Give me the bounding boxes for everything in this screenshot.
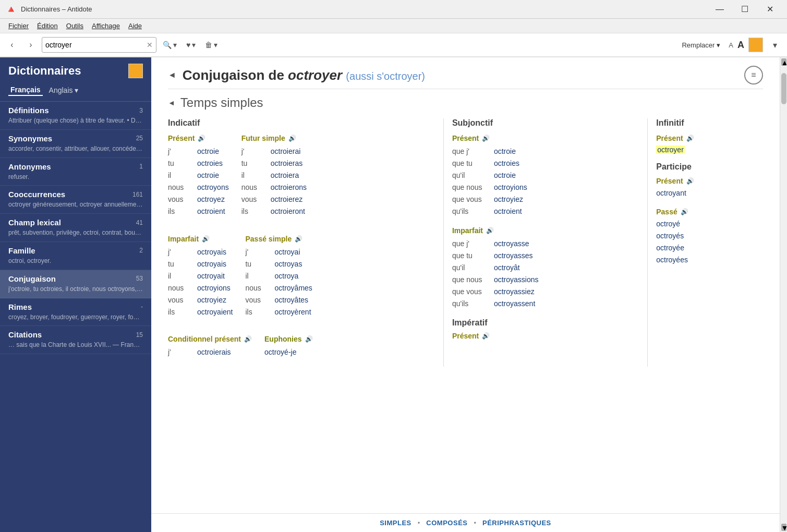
font-size-small-button[interactable]: A — [729, 41, 733, 49]
sidebar-item-famille[interactable]: Famille 2 octroi, octroyer. — [0, 242, 151, 270]
maximize-button[interactable]: ☐ — [733, 2, 757, 17]
sidebar-item-antonymes[interactable]: Antonymes 1 refuser. — [0, 158, 151, 186]
remplacer-button[interactable]: Remplacer ▾ — [677, 37, 724, 53]
color-swatch[interactable] — [748, 38, 763, 52]
euphonies-speaker-icon[interactable]: 🔊 — [305, 335, 313, 343]
form: octroyais — [197, 246, 226, 258]
lang-francais-button[interactable]: Français — [8, 84, 43, 96]
conjugation-layout: Indicatif Présent 🔊 j'octroie tuoctroies — [168, 118, 763, 367]
sidebar-title: Dictionnaires — [8, 64, 81, 78]
form: octroient — [494, 205, 522, 217]
pronoun: que j' — [452, 238, 490, 250]
sidebar-item-synonymes[interactable]: Synonymes 25 accorder, consentir, attrib… — [0, 130, 151, 158]
menu-affichage[interactable]: Affichage — [88, 21, 124, 31]
present-speaker-icon[interactable]: 🔊 — [198, 135, 205, 142]
conditionnel-rows: j'octroierais — [168, 346, 252, 358]
close-button[interactable]: ✕ — [758, 2, 782, 17]
conj-row: nousoctroyons — [168, 182, 229, 194]
menu-outils[interactable]: Outils — [62, 21, 88, 31]
menu-edition[interactable]: Édition — [33, 21, 62, 31]
pronoun: qu'il — [452, 262, 490, 274]
participe-present: Présent 🔊 octroyant — [656, 177, 763, 199]
cooccurrences-preview: octroyer généreusement, octroyer annuell… — [8, 200, 143, 209]
present-rows: j'octroie tuoctroies iloctroie nousoctro… — [168, 146, 229, 218]
search-clear-button[interactable]: ✕ — [143, 39, 156, 51]
pronoun: vous — [245, 294, 270, 306]
form: octroie — [197, 170, 219, 182]
content-collapse-button[interactable]: ◄ — [168, 70, 176, 80]
menu-fichier[interactable]: Fichier — [4, 21, 33, 31]
window-controls[interactable]: — ☐ ✕ — [708, 2, 782, 17]
lang-anglais-button[interactable]: Anglais ▾ — [49, 86, 78, 94]
scroll-thumb[interactable] — [781, 73, 786, 104]
color-dropdown-button[interactable]: ▾ — [767, 37, 783, 53]
section-collapse-button[interactable]: ◄ — [168, 99, 175, 107]
participe-passe-speaker-icon[interactable]: 🔊 — [681, 208, 688, 215]
passe-simple-title: Passé simple 🔊 — [245, 235, 312, 243]
lang-dropdown-arrow: ▾ — [75, 86, 78, 94]
conj-row: nousoctroierons — [241, 182, 307, 194]
sidebar-item-citations[interactable]: Citations 15 … sais que la Charte de Lou… — [0, 326, 151, 354]
settings-button[interactable]: ≡ — [744, 66, 763, 84]
menu-aide[interactable]: Aide — [124, 21, 146, 31]
euphonies-title: Euphonies 🔊 — [264, 335, 313, 343]
form: octroya — [274, 270, 298, 282]
font-size-large-button[interactable]: A — [737, 40, 744, 51]
form: octroyassent — [494, 298, 535, 310]
conditionnel-speaker-icon[interactable]: 🔊 — [244, 335, 252, 343]
pronoun: nous — [245, 282, 270, 294]
nav-periphrastiques[interactable]: PÉRIPHRASTIQUES — [482, 519, 551, 527]
form: octroyâmes — [274, 282, 312, 294]
history-button[interactable]: 🗑 ▾ — [202, 37, 221, 53]
scroll-up-arrow[interactable]: ▲ — [781, 58, 786, 66]
participe-present-speaker-icon[interactable]: 🔊 — [686, 177, 694, 185]
conj-row: qu'iloctroie — [452, 170, 639, 182]
participe-present-label: Présent — [656, 177, 683, 185]
participe-passe-form-3: octroyée — [656, 242, 763, 254]
famille-label: Famille — [8, 246, 35, 255]
subjonctif-imparfait-speaker-icon[interactable]: 🔊 — [486, 227, 494, 234]
sidebar-swatch[interactable] — [128, 64, 143, 78]
pronoun: il — [241, 170, 267, 182]
infinitif-form: octroyer — [656, 146, 685, 154]
participe-title: Participe — [656, 162, 763, 172]
passe-simple-speaker-icon[interactable]: 🔊 — [295, 235, 302, 243]
sidebar-item-champ-lexical[interactable]: Champ lexical 41 prêt, subvention, privi… — [0, 214, 151, 242]
minimize-button[interactable]: — — [708, 2, 732, 17]
content-scroll[interactable]: ◄ Conjugaison de octroyer (aussi s'octro… — [151, 57, 780, 513]
forward-button[interactable]: › — [23, 37, 39, 53]
search-input[interactable] — [42, 40, 143, 50]
favorites-button[interactable]: ♥ ▾ — [183, 37, 199, 53]
main-layout: Dictionnaires Français Anglais ▾ Définit… — [0, 57, 787, 532]
pronoun: que nous — [452, 274, 490, 286]
imperatif-speaker-icon[interactable]: 🔊 — [482, 332, 490, 340]
imparfait-speaker-icon[interactable]: 🔊 — [202, 235, 210, 243]
form: octroyâtes — [274, 294, 308, 306]
form: octroyât — [494, 262, 520, 274]
form: octroyèrent — [274, 306, 311, 318]
conj-row: ilsoctroyaient — [168, 306, 233, 318]
pronoun: que j' — [452, 146, 490, 158]
nav-composes[interactable]: COMPOSÉS — [426, 519, 467, 527]
sidebar-item-definitions[interactable]: Définitions 3 Attribuer (quelque chose) … — [0, 102, 151, 130]
scrollbar[interactable]: ▲ ▼ — [780, 57, 787, 532]
sidebar-item-cooccurrences[interactable]: Cooccurrences 161 octroyer généreusement… — [0, 186, 151, 214]
sidebar-item-rimes[interactable]: Rimes - croyez, broyer, foudroyer, guerr… — [0, 298, 151, 327]
futur-speaker-icon[interactable]: 🔊 — [288, 135, 296, 142]
sidebar-item-conjugaison[interactable]: Conjugaison 53 j'octroie, tu octroies, i… — [0, 270, 151, 298]
pronoun: qu'ils — [452, 298, 490, 310]
infinitif-speaker-icon[interactable]: 🔊 — [686, 135, 694, 142]
definitions-preview: Attribuer (quelque chose) à titre de fav… — [8, 116, 143, 125]
scroll-down-arrow[interactable]: ▼ — [781, 524, 786, 531]
conj-row: que j'octroyasse — [452, 238, 639, 250]
conj-row: que nousoctroyions — [452, 182, 639, 194]
form: octroyions — [197, 282, 231, 294]
search-button[interactable]: 🔍 ▾ — [160, 37, 180, 53]
nav-simples[interactable]: SIMPLES — [380, 519, 411, 527]
conj-row: vousoctroierez — [241, 194, 307, 205]
back-button[interactable]: ‹ — [4, 37, 20, 53]
imperatif-section: Impératif Présent 🔊 — [452, 318, 639, 340]
participe-passe: Passé 🔊 octroyé octroyés octroyée octroy… — [656, 208, 763, 266]
citations-label: Citations — [8, 330, 42, 339]
subjonctif-present-speaker-icon[interactable]: 🔊 — [482, 135, 490, 142]
